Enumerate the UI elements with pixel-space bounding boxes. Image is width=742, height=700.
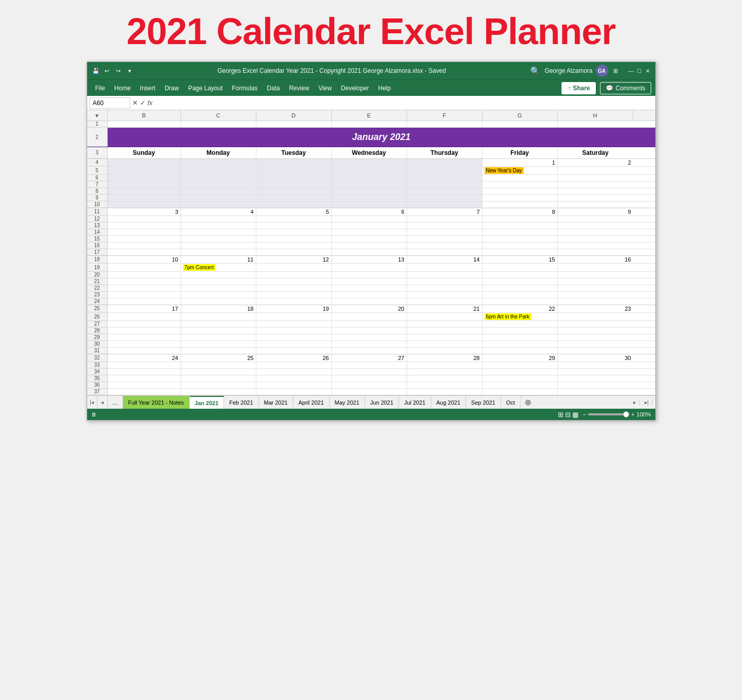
cell-D7[interactable] <box>256 182 332 188</box>
cell-E25[interactable]: 20 <box>332 305 407 312</box>
cell-H29[interactable] <box>558 334 633 341</box>
tab-jul-2021[interactable]: Jul 2021 <box>399 396 431 409</box>
cell-F11[interactable]: 7 <box>407 208 483 215</box>
tab-may-2021[interactable]: May 2021 <box>330 396 365 409</box>
cell-D22[interactable] <box>256 285 332 291</box>
cell-G29[interactable] <box>483 334 558 341</box>
menu-formulas[interactable]: Formulas <box>228 83 262 94</box>
cell-B10[interactable] <box>108 202 181 208</box>
cell-H10[interactable] <box>558 202 633 208</box>
cell-D4[interactable] <box>256 159 332 166</box>
col-header-E[interactable]: E <box>332 110 407 121</box>
cell-C26[interactable] <box>181 313 256 321</box>
cell-C28[interactable] <box>181 328 256 334</box>
cell-B33[interactable] <box>108 362 181 368</box>
cell-E19[interactable] <box>332 264 407 271</box>
cell-B16[interactable] <box>108 243 181 249</box>
cell-C14[interactable] <box>181 229 256 235</box>
cell-G32[interactable]: 29 <box>483 354 558 362</box>
cell-F23[interactable] <box>407 292 483 298</box>
cell-B32[interactable]: 24 <box>108 354 181 362</box>
cell-D17[interactable] <box>256 249 332 255</box>
cell-H23[interactable] <box>558 292 633 298</box>
cell-H26[interactable] <box>558 313 633 321</box>
zoom-in-icon[interactable]: + <box>631 411 634 417</box>
cell-E35[interactable] <box>332 375 407 382</box>
cell-C8[interactable] <box>181 188 256 194</box>
cell-E30[interactable] <box>332 341 407 347</box>
cell-D27[interactable] <box>256 321 332 327</box>
cell-E10[interactable] <box>332 202 407 208</box>
menu-review[interactable]: Review <box>285 83 313 94</box>
cell-B22[interactable] <box>108 285 181 291</box>
cell-H8[interactable] <box>558 188 633 194</box>
cell-C27[interactable] <box>181 321 256 327</box>
redo-icon[interactable]: ↪ <box>114 66 123 75</box>
cell-E1[interactable] <box>332 121 407 127</box>
cell-D32[interactable]: 26 <box>256 354 332 362</box>
cell-D16[interactable] <box>256 243 332 249</box>
cell-C24[interactable] <box>181 298 256 305</box>
cell-D36[interactable] <box>256 382 332 388</box>
cell-H35[interactable] <box>558 375 633 382</box>
cell-H7[interactable] <box>558 182 633 188</box>
cell-reference-input[interactable] <box>89 97 130 109</box>
cell-G22[interactable] <box>483 285 558 291</box>
cell-C35[interactable] <box>181 375 256 382</box>
cell-D12[interactable] <box>256 216 332 222</box>
cell-G34[interactable] <box>483 369 558 375</box>
cell-B9[interactable] <box>108 195 181 201</box>
cell-B1[interactable] <box>108 121 181 127</box>
cell-E36[interactable] <box>332 382 407 388</box>
cell-F15[interactable] <box>407 236 483 242</box>
cell-H34[interactable] <box>558 369 633 375</box>
menu-file[interactable]: File <box>91 83 109 94</box>
cell-F13[interactable] <box>407 223 483 229</box>
cell-E32[interactable]: 27 <box>332 354 407 362</box>
cell-E20[interactable] <box>332 272 407 278</box>
month-header-cell[interactable]: January 2021 <box>108 128 655 147</box>
cell-D25[interactable]: 19 <box>256 305 332 312</box>
cell-H31[interactable] <box>558 348 633 354</box>
menu-data[interactable]: Data <box>263 83 284 94</box>
cell-D29[interactable] <box>256 334 332 341</box>
cell-C4[interactable] <box>181 159 256 166</box>
cell-H5[interactable] <box>558 167 633 174</box>
cell-H19[interactable] <box>558 264 633 271</box>
cell-H18[interactable]: 16 <box>558 256 633 263</box>
cell-F24[interactable] <box>407 298 483 305</box>
minimize-button[interactable]: — <box>628 67 635 74</box>
cell-B31[interactable] <box>108 348 181 354</box>
col-header-D[interactable]: D <box>256 110 332 121</box>
cell-D8[interactable] <box>256 188 332 194</box>
cell-C1[interactable] <box>181 121 256 127</box>
cell-C15[interactable] <box>181 236 256 242</box>
cell-B15[interactable] <box>108 236 181 242</box>
excel-options-icon[interactable]: ⊞ <box>611 66 620 75</box>
cell-H21[interactable] <box>558 278 633 285</box>
cell-D37[interactable] <box>256 389 332 395</box>
page-break-view-icon[interactable]: ▦ <box>572 411 578 418</box>
cell-B29[interactable] <box>108 334 181 341</box>
cell-D9[interactable] <box>256 195 332 201</box>
cell-B13[interactable] <box>108 223 181 229</box>
cell-H37[interactable] <box>558 389 633 395</box>
cell-H33[interactable] <box>558 362 633 368</box>
comments-button[interactable]: 💬 Comments <box>600 82 651 94</box>
cell-D21[interactable] <box>256 278 332 285</box>
cell-C11[interactable]: 4 <box>181 208 256 215</box>
share-button[interactable]: ↑ Share <box>561 82 596 94</box>
cell-H15[interactable] <box>558 236 633 242</box>
formula-fx-icon[interactable]: fx <box>148 99 153 107</box>
cell-C31[interactable] <box>181 348 256 354</box>
cell-B30[interactable] <box>108 341 181 347</box>
cell-E23[interactable] <box>332 292 407 298</box>
cell-F8[interactable] <box>407 188 483 194</box>
cell-H11[interactable]: 9 <box>558 208 633 215</box>
cell-H16[interactable] <box>558 243 633 249</box>
cell-G20[interactable] <box>483 272 558 278</box>
cell-F30[interactable] <box>407 341 483 347</box>
cell-F12[interactable] <box>407 216 483 222</box>
cell-E16[interactable] <box>332 243 407 249</box>
cell-B26[interactable] <box>108 313 181 321</box>
